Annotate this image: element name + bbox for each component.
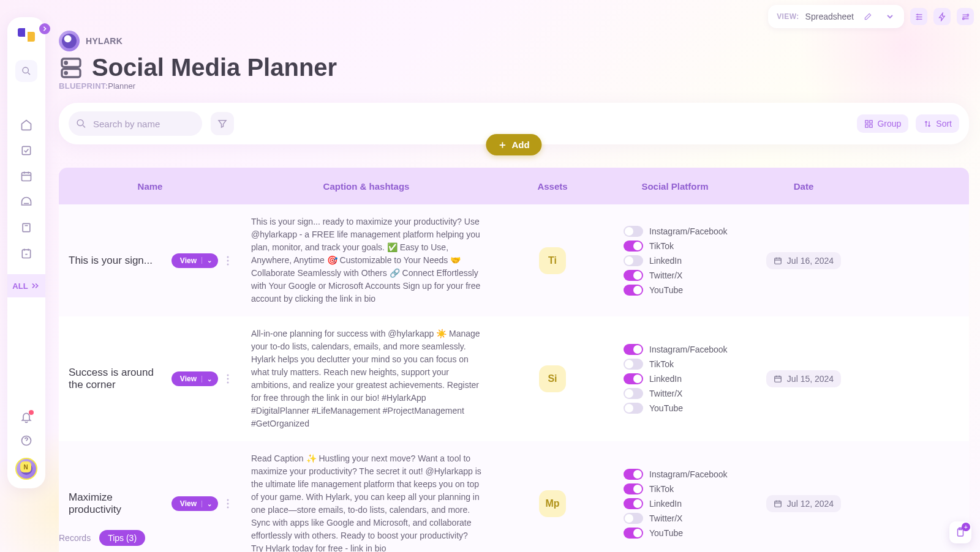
col-caption[interactable]: Caption & hashtags bbox=[241, 181, 491, 192]
asset-badge[interactable]: Si bbox=[539, 365, 566, 392]
platform-toggle[interactable] bbox=[624, 285, 643, 296]
top-action-zap-icon[interactable] bbox=[933, 8, 951, 25]
platform-toggle[interactable] bbox=[624, 513, 643, 524]
row-name[interactable]: Success is around the corner bbox=[69, 367, 165, 391]
platform-toggle[interactable] bbox=[624, 403, 643, 414]
sidebar-all-label: ALL bbox=[12, 282, 28, 291]
svg-rect-15 bbox=[865, 124, 868, 127]
col-assets[interactable]: Assets bbox=[491, 181, 614, 192]
app-logo[interactable] bbox=[18, 28, 35, 45]
platform-row: Instagram/Facebook bbox=[624, 469, 726, 480]
workspace-name[interactable]: HYLARK bbox=[86, 36, 123, 46]
view-button[interactable]: View⌄ bbox=[172, 496, 218, 511]
platform-row: Twitter/X bbox=[624, 270, 726, 281]
row-caption[interactable]: Read Caption ✨ Hustling your next move? … bbox=[251, 452, 481, 552]
date-chip[interactable]: Jul 16, 2024 bbox=[766, 252, 841, 269]
platform-row: Instagram/Facebook bbox=[624, 226, 726, 237]
platform-label: TikTok bbox=[649, 359, 674, 369]
platform-toggle[interactable] bbox=[624, 498, 643, 509]
platform-row: Twitter/X bbox=[624, 513, 726, 524]
svg-point-27 bbox=[227, 507, 229, 509]
asset-badge[interactable]: Mp bbox=[539, 490, 566, 517]
nav-book-icon[interactable] bbox=[20, 222, 32, 234]
platform-label: YouTube bbox=[649, 285, 683, 295]
nav-tasks-icon[interactable] bbox=[20, 144, 32, 157]
tab-tips[interactable]: Tips (3) bbox=[99, 530, 145, 546]
platform-toggle[interactable] bbox=[624, 241, 643, 252]
view-dropdown-icon[interactable] bbox=[882, 9, 898, 24]
nav-inbox-icon[interactable] bbox=[20, 196, 32, 208]
svg-point-25 bbox=[227, 499, 229, 501]
view-button[interactable]: View⌄ bbox=[172, 371, 218, 386]
row-caption[interactable]: All-in-one planning for success with @hy… bbox=[251, 327, 481, 430]
help-icon[interactable] bbox=[20, 435, 32, 447]
group-label: Group bbox=[877, 119, 901, 129]
clipboard-fab[interactable]: + bbox=[949, 521, 971, 543]
table-row: This is your sign...View⌄This is your si… bbox=[59, 204, 969, 316]
platform-toggle[interactable] bbox=[624, 373, 643, 384]
col-platform[interactable]: Social Platform bbox=[614, 181, 736, 192]
filter-button[interactable] bbox=[211, 112, 234, 135]
row-name[interactable]: This is your sign... bbox=[69, 255, 165, 267]
platform-toggle[interactable] bbox=[624, 226, 643, 237]
platform-toggle[interactable] bbox=[624, 344, 643, 355]
date-chip[interactable]: Jul 15, 2024 bbox=[766, 370, 841, 387]
bottom-tabs: Records Tips (3) bbox=[59, 524, 145, 552]
platform-label: Twitter/X bbox=[649, 513, 682, 523]
platform-toggle[interactable] bbox=[624, 270, 643, 281]
row-more-icon[interactable] bbox=[224, 253, 232, 268]
svg-rect-2 bbox=[22, 173, 31, 181]
platform-toggle[interactable] bbox=[624, 483, 643, 494]
search-input[interactable] bbox=[69, 111, 202, 136]
platform-toggle[interactable] bbox=[624, 469, 643, 480]
nav-home-icon[interactable] bbox=[20, 119, 32, 131]
view-value: Spreadsheet bbox=[805, 12, 854, 21]
sort-button[interactable]: Sort bbox=[916, 114, 959, 133]
svg-rect-1 bbox=[22, 146, 30, 154]
platform-label: Twitter/X bbox=[649, 389, 682, 398]
col-name[interactable]: Name bbox=[59, 181, 241, 192]
topbar: VIEW: Spreadsheet bbox=[768, 5, 974, 28]
svg-rect-13 bbox=[865, 120, 868, 122]
notifications-icon[interactable] bbox=[20, 411, 32, 423]
view-button[interactable]: View⌄ bbox=[172, 253, 218, 268]
nav-schedule-icon[interactable] bbox=[20, 247, 32, 259]
tab-records[interactable]: Records bbox=[59, 533, 91, 543]
group-button[interactable]: Group bbox=[857, 114, 908, 133]
sidebar-search-button[interactable] bbox=[15, 60, 37, 82]
page-title: Social Media Planner bbox=[92, 54, 337, 81]
platform-toggle[interactable] bbox=[624, 528, 643, 539]
svg-point-19 bbox=[227, 263, 229, 265]
blueprint-value: Planner bbox=[108, 81, 135, 91]
date-chip[interactable]: Jul 12, 2024 bbox=[766, 495, 841, 512]
row-name[interactable]: Maximize productivity bbox=[69, 491, 165, 516]
platform-label: Instagram/Facebook bbox=[649, 226, 728, 236]
platform-label: LinkedIn bbox=[649, 256, 682, 266]
row-more-icon[interactable] bbox=[224, 371, 232, 386]
workspace-avatar[interactable] bbox=[59, 31, 80, 51]
asset-badge[interactable]: Ti bbox=[539, 247, 566, 274]
platform-label: Instagram/Facebook bbox=[649, 345, 728, 354]
row-caption[interactable]: This is your sign... ready to maximize y… bbox=[251, 215, 481, 305]
top-action-layout-icon[interactable] bbox=[910, 8, 927, 25]
sidebar-all-tab[interactable]: ALL bbox=[7, 274, 45, 297]
nav-calendar-icon[interactable] bbox=[20, 170, 32, 182]
sidebar-expand-button[interactable] bbox=[39, 23, 50, 34]
platform-toggle[interactable] bbox=[624, 255, 643, 266]
table-header: Name Caption & hashtags Assets Social Pl… bbox=[59, 168, 969, 204]
platform-toggle[interactable] bbox=[624, 388, 643, 399]
svg-rect-28 bbox=[775, 501, 782, 507]
top-action-settings-icon[interactable] bbox=[957, 8, 974, 25]
notification-dot bbox=[29, 410, 34, 415]
platform-toggle[interactable] bbox=[624, 359, 643, 370]
view-edit-icon[interactable] bbox=[860, 9, 876, 24]
platform-row: LinkedIn bbox=[624, 498, 726, 509]
col-date[interactable]: Date bbox=[736, 181, 871, 192]
add-button[interactable]: Add bbox=[486, 134, 541, 155]
row-more-icon[interactable] bbox=[224, 496, 232, 511]
table-row: Success is around the cornerView⌄All-in-… bbox=[59, 316, 969, 441]
view-selector[interactable]: VIEW: Spreadsheet bbox=[768, 5, 904, 28]
sidebar: ALL N bbox=[7, 17, 45, 488]
svg-point-10 bbox=[65, 62, 67, 64]
svg-point-0 bbox=[23, 67, 28, 73]
